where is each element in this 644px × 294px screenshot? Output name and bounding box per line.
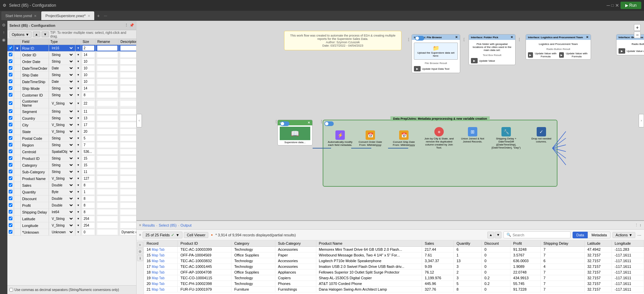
- field-row[interactable]: Segment StringV_StringInt16Int32Int64Dat…: [7, 108, 136, 115]
- field-rename-cell[interactable]: [96, 162, 119, 169]
- col-latitude[interactable]: Latitude: [584, 240, 611, 247]
- field-row[interactable]: Order ID StringV_StringInt16Int32Int64Da…: [7, 52, 136, 58]
- field-desc-input[interactable]: [120, 66, 136, 71]
- field-expand-cell[interactable]: [14, 216, 21, 222]
- field-expand-cell[interactable]: [14, 115, 21, 122]
- logistics-node[interactable]: Interface: Logistics and Procurement Tea…: [526, 34, 591, 60]
- field-desc-input[interactable]: [120, 189, 136, 194]
- field-type-cell[interactable]: StringV_StringInt16Int32Int64DateDateTim…: [49, 58, 75, 65]
- sidebar-icon-arrow[interactable]: ↑: [1, 30, 7, 36]
- field-row[interactable]: Discount StringV_StringInt16Int32Int64Da…: [7, 195, 136, 202]
- field-expand-cell[interactable]: [14, 122, 21, 128]
- col-longitude[interactable]: Longitude: [612, 240, 644, 247]
- field-desc-input[interactable]: [120, 230, 136, 235]
- field-type-select[interactable]: StringV_StringInt16Int32Int64DateDateTim…: [50, 183, 74, 187]
- field-checkbox-cell[interactable]: [7, 72, 14, 78]
- field-rename-input[interactable]: [97, 46, 117, 51]
- field-size-cell[interactable]: [81, 195, 96, 202]
- field-type-cell[interactable]: StringV_StringInt16Int32Int64DateDateTim…: [49, 162, 75, 169]
- field-desc-cell[interactable]: [119, 216, 136, 222]
- field-rename-cell[interactable]: [96, 52, 119, 58]
- field-desc-cell[interactable]: [119, 108, 136, 115]
- map-tab-link[interactable]: Map Tab: [152, 288, 164, 291]
- field-row[interactable]: Product ID StringV_StringInt16Int32Int64…: [7, 155, 136, 162]
- field-row[interactable]: Order Date StringV_StringInt16Int32Int64…: [7, 58, 136, 65]
- field-rename-cell[interactable]: [96, 99, 119, 108]
- field-desc-cell[interactable]: [119, 72, 136, 78]
- field-checkbox[interactable]: [9, 143, 12, 146]
- field-checkbox[interactable]: [9, 190, 12, 193]
- table-row[interactable]: 19 Map Tab TEC-CO-10004115 Technology Co…: [144, 275, 644, 281]
- field-rename-cell[interactable]: [96, 85, 119, 92]
- move-down-button[interactable]: ▼: [42, 32, 49, 37]
- field-desc-input[interactable]: [120, 116, 136, 121]
- dock-button[interactable]: 📌: [129, 23, 134, 27]
- table-row[interactable]: 18 Map Tab OFF-AP-10004708 Office Suppli…: [144, 270, 644, 275]
- field-row[interactable]: City StringV_StringInt16Int32Int64DateDa…: [7, 122, 136, 128]
- field-desc-cell[interactable]: [119, 209, 136, 216]
- field-rename-cell[interactable]: [96, 45, 119, 52]
- field-type-cell[interactable]: StringV_StringInt16Int32Int64DateDateTim…: [49, 45, 75, 52]
- field-desc-input[interactable]: [120, 196, 136, 201]
- field-size-input[interactable]: [83, 156, 94, 161]
- field-checkbox-cell[interactable]: [7, 229, 14, 236]
- field-checkbox[interactable]: [9, 59, 12, 63]
- field-row[interactable]: State StringV_StringInt16Int32Int64DateD…: [7, 128, 136, 135]
- field-checkbox-cell[interactable]: [7, 99, 14, 108]
- field-rename-input[interactable]: [97, 230, 117, 235]
- field-checkbox-cell[interactable]: [7, 122, 14, 128]
- convert-ship-node[interactable]: 📅 Convert Ship Date From: MM/dd/yyyy: [390, 130, 417, 146]
- field-rename-input[interactable]: [97, 109, 117, 114]
- auto-modify-node[interactable]: ⚡ Automatically modify each field metada…: [327, 130, 354, 146]
- field-type-select[interactable]: StringV_StringInt16Int32Int64DateDateTim…: [50, 150, 74, 154]
- sidebar-toggle[interactable]: ≡: [139, 223, 141, 227]
- field-checkbox-cell[interactable]: [7, 149, 14, 155]
- field-expand-cell[interactable]: [14, 142, 21, 149]
- field-size-cell[interactable]: [81, 78, 96, 85]
- field-checkbox[interactable]: [9, 203, 12, 207]
- field-checkbox-cell[interactable]: [7, 108, 14, 115]
- field-desc-input[interactable]: [120, 93, 136, 98]
- field-desc-input[interactable]: [120, 129, 136, 134]
- field-row[interactable]: Longitude StringV_StringInt16Int32Int64D…: [7, 222, 136, 229]
- field-desc-input[interactable]: [120, 86, 136, 91]
- field-checkbox[interactable]: [9, 210, 12, 214]
- field-type-select[interactable]: StringV_StringInt16Int32Int64DateDateTim…: [50, 116, 74, 120]
- field-rename-input[interactable]: [97, 189, 117, 194]
- field-checkbox[interactable]: [9, 93, 12, 97]
- field-rename-cell[interactable]: [96, 58, 119, 65]
- field-expand-cell[interactable]: [14, 189, 21, 195]
- field-rename-cell[interactable]: [96, 209, 119, 216]
- shipping-delay-node[interactable]: 🔧 Shipping Delay + DateTimeDiff ([DateTi…: [491, 127, 521, 149]
- field-desc-cell[interactable]: [119, 169, 136, 175]
- field-type-cell[interactable]: StringV_StringInt16Int32Int64DateDateTim…: [49, 182, 75, 189]
- field-size-input[interactable]: [83, 223, 94, 228]
- field-rename-cell[interactable]: [96, 195, 119, 202]
- tab-active-close-icon[interactable]: ✕: [88, 14, 90, 18]
- field-type-select[interactable]: StringV_StringInt16Int32Int64DateDateTim…: [50, 101, 74, 106]
- field-checkbox-cell[interactable]: [7, 162, 14, 169]
- field-checkbox-cell[interactable]: [7, 92, 14, 99]
- field-row[interactable]: Region StringV_StringInt16Int32Int64Date…: [7, 142, 136, 149]
- field-type-select[interactable]: StringV_StringInt16Int32Int64DateDateTim…: [50, 123, 74, 127]
- field-type-select[interactable]: StringV_StringInt16Int32Int64DateDateTim…: [50, 230, 74, 234]
- field-rename-input[interactable]: [97, 93, 117, 98]
- search-input[interactable]: [513, 233, 566, 237]
- field-rename-cell[interactable]: [96, 115, 119, 122]
- field-row[interactable]: *Unknown StringV_StringInt16Int32Int64Da…: [7, 229, 136, 236]
- field-rename-cell[interactable]: [96, 78, 119, 85]
- field-rename-cell[interactable]: [96, 65, 119, 72]
- field-row[interactable]: Category StringV_StringInt16Int32Int64Da…: [7, 162, 136, 169]
- field-expand-cell[interactable]: [14, 202, 21, 209]
- field-expand-cell[interactable]: [14, 162, 21, 169]
- results-menu-icon[interactable]: ⋮: [635, 223, 638, 227]
- col-discount[interactable]: Discount: [482, 240, 511, 247]
- field-size-cell[interactable]: [81, 99, 96, 108]
- field-type-select[interactable]: StringV_StringInt16Int32Int64DateDateTim…: [50, 129, 74, 134]
- field-checkbox[interactable]: [9, 86, 12, 90]
- map-tab-link[interactable]: Map Tab: [152, 282, 164, 286]
- field-desc-cell[interactable]: [119, 155, 136, 162]
- field-row[interactable]: Product Name StringV_StringInt16Int32Int…: [7, 175, 136, 182]
- field-type-select[interactable]: StringV_StringInt16Int32Int64DateDateTim…: [50, 170, 74, 174]
- table-row[interactable]: 14 Map Tab TEC-AC-10003399 Technology Ac…: [144, 247, 644, 252]
